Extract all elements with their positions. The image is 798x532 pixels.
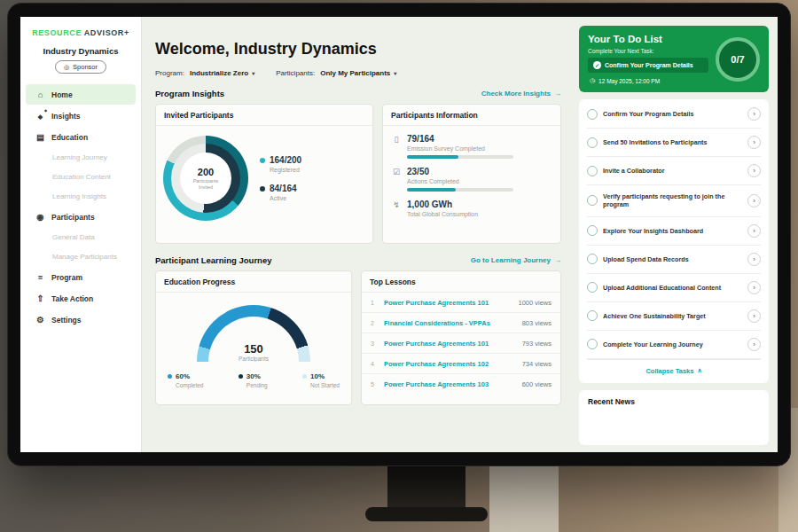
recent-news-title: Recent News — [588, 397, 635, 406]
invited-participants-chart-area: 200 Participants Invited 164/200 — [156, 126, 372, 231]
task-checkbox[interactable] — [587, 166, 598, 176]
legend-label: Completed — [176, 382, 203, 388]
completed-dot — [168, 374, 172, 379]
donut-center-value: 200 — [198, 167, 214, 177]
todo-next-task-label: Confirm Your Program Details — [605, 62, 693, 68]
task-label: Send 50 Invitations to Participants — [603, 138, 742, 146]
chevron-right-icon[interactable]: › — [747, 136, 761, 149]
sidebar-item-label: Insights — [51, 112, 81, 121]
chevron-right-icon[interactable]: › — [747, 224, 761, 238]
todo-task[interactable]: Achieve One Sustainability Target › — [587, 302, 761, 331]
lesson-link[interactable]: Power Purchase Agreements 103 — [384, 380, 516, 388]
arrow-right-icon: → — [554, 90, 561, 98]
todo-title: Your To Do List — [588, 34, 708, 44]
stat-label: Emission Survey Completed — [407, 145, 513, 152]
sidebar-item-program[interactable]: ≡ Program — [26, 267, 136, 287]
page-title: Welcome, Industry Dynamics — [155, 40, 561, 59]
sidebar-item-education[interactable]: ▤ Education — [26, 127, 136, 147]
lesson-rank: 3 — [371, 340, 378, 347]
sponsor-badge[interactable]: ◎ Sponsor — [55, 60, 106, 74]
go-to-learning-journey-link[interactable]: Go to Learning Journey → — [471, 256, 561, 264]
actions-icon: ☑ — [392, 168, 401, 192]
participants-information-card: Participants Information ▯ 79/164 Emissi… — [382, 104, 561, 244]
clock-icon: ◷ — [590, 77, 595, 84]
chevron-right-icon[interactable]: › — [747, 309, 761, 323]
todo-subtitle: Complete Your Next Task: — [588, 48, 708, 54]
resource-advisor-logo: RESOURCE ADVISOR+ — [20, 28, 141, 37]
lesson-link[interactable]: Power Purchase Agreements 101 — [384, 340, 516, 348]
program-insights-cards: Invited Participants 200 Participants In… — [155, 104, 561, 244]
chevron-right-icon[interactable]: › — [747, 253, 761, 266]
top-lessons-card: Top Lessons 1 Power Purchase Agreements … — [361, 270, 561, 405]
legend-label: Active — [270, 195, 301, 201]
donut-legend: 164/200 Registered 84/164 Active — [260, 155, 301, 201]
check-more-insights-link[interactable]: Check More Insights → — [481, 90, 561, 98]
legend-item-completed: 60% Completed — [168, 372, 203, 388]
todo-panel: Your To Do List Complete Your Next Task:… — [572, 17, 778, 452]
task-checkbox[interactable] — [587, 195, 598, 206]
chevron-right-icon[interactable]: › — [747, 194, 761, 207]
lesson-row[interactable]: 3 Power Purchase Agreements 101 793 view… — [362, 333, 560, 354]
donut-center: 200 Participants Invited — [180, 153, 231, 204]
link-label: Check More Insights — [481, 90, 551, 98]
recent-news-card[interactable]: Recent News — [579, 390, 769, 445]
chevron-right-icon[interactable]: › — [747, 281, 761, 294]
todo-task[interactable]: Send 50 Invitations to Participants › — [587, 129, 761, 157]
collapse-tasks-button[interactable]: Collapse Tasks ∧ — [587, 359, 761, 382]
lesson-link[interactable]: Financial Considerations - VPPAs — [384, 319, 516, 327]
sidebar-item-label: Education — [51, 133, 88, 142]
gauge-legend: 60% Completed 30% Pending — [156, 362, 351, 388]
chevron-right-icon[interactable]: › — [747, 164, 761, 177]
todo-task[interactable]: Confirm Your Program Details › — [587, 100, 761, 129]
lesson-row[interactable]: 1 Power Purchase Agreements 101 1000 vie… — [362, 293, 560, 313]
task-checkbox[interactable] — [587, 137, 598, 148]
todo-task[interactable]: Explore Your Insights Dashboard › — [587, 217, 761, 246]
sidebar-item-insights[interactable]: ◆ Insights — [26, 106, 136, 126]
not-started-dot — [302, 374, 307, 379]
sidebar-item-settings[interactable]: ⚙ Settings — [26, 309, 136, 330]
task-checkbox[interactable] — [587, 225, 598, 236]
legend-label: Not Started — [310, 382, 340, 388]
lesson-row[interactable]: 5 Power Purchase Agreements 103 600 view… — [362, 374, 560, 394]
sidebar-item-take-action[interactable]: ⇧ Take Action — [26, 288, 136, 309]
lesson-link[interactable]: Power Purchase Agreements 101 — [384, 299, 512, 307]
task-checkbox[interactable] — [587, 282, 598, 293]
task-checkbox[interactable] — [587, 339, 598, 349]
participants-filter-dropdown[interactable]: Only My Participants ▾ — [320, 69, 396, 77]
todo-header-card: Your To Do List Complete Your Next Task:… — [579, 26, 769, 92]
sidebar-item-general-data[interactable]: General Data — [26, 228, 136, 246]
task-checkbox[interactable] — [587, 109, 598, 120]
logo-secondary: ADVISOR+ — [84, 28, 129, 37]
lesson-row[interactable]: 2 Financial Considerations - VPPAs 803 v… — [362, 313, 560, 333]
todo-task[interactable]: Complete Your Learning Journey › — [587, 331, 761, 359]
program-filter-dropdown[interactable]: Industrialize Zero ▾ — [190, 69, 254, 77]
sidebar-item-learning-insights[interactable]: Learning Insights — [26, 187, 136, 206]
lesson-views: 803 views — [522, 319, 552, 327]
sidebar-item-education-content[interactable]: Education Content — [26, 168, 136, 186]
chevron-right-icon[interactable]: › — [747, 107, 761, 121]
stat-label: Actions Completed — [407, 178, 513, 184]
todo-task[interactable]: Upload Additional Educational Content › — [587, 274, 761, 302]
legend-value: 30% — [246, 372, 261, 380]
todo-next-task[interactable]: ✓ Confirm Your Program Details — [588, 58, 708, 73]
participants-filter-label: Participants: — [276, 69, 315, 77]
task-checkbox[interactable] — [587, 254, 598, 264]
monitor-stand-base — [365, 507, 488, 521]
lesson-row[interactable]: 4 Power Purchase Agreements 102 734 view… — [362, 354, 560, 374]
chevron-right-icon[interactable]: › — [747, 338, 761, 351]
sidebar: RESOURCE ADVISOR+ Industry Dynamics ◎ Sp… — [20, 17, 142, 452]
todo-header-left: Your To Do List Complete Your Next Task:… — [588, 34, 708, 84]
todo-task[interactable]: Verify participants requesting to join t… — [587, 185, 761, 217]
education-icon: ▤ — [35, 132, 45, 142]
sidebar-item-learning-journey[interactable]: Learning Journey — [26, 148, 136, 167]
sidebar-item-home[interactable]: ⌂ Home — [26, 84, 136, 105]
task-checkbox[interactable] — [587, 310, 598, 321]
sidebar-item-label: Take Action — [51, 294, 93, 303]
sidebar-item-manage-participants[interactable]: Manage Participants — [26, 247, 136, 266]
lesson-rank: 2 — [371, 320, 378, 326]
todo-task[interactable]: Invite a Collaborator › — [587, 157, 761, 185]
lesson-link[interactable]: Power Purchase Agreements 102 — [384, 360, 516, 368]
sidebar-item-participants[interactable]: ◉ Participants — [26, 207, 136, 227]
background-light-strip — [489, 456, 559, 532]
todo-task[interactable]: Upload Spend Data Records › — [587, 246, 761, 274]
